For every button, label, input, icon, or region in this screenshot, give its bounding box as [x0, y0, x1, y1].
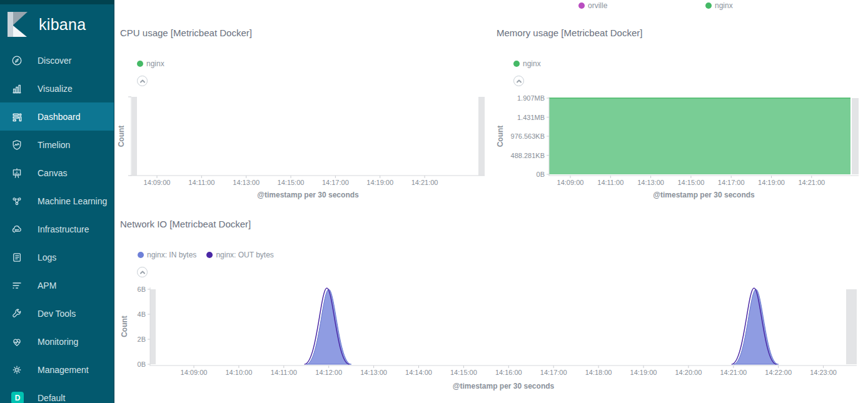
sidebar-item-discover[interactable]: Discover: [0, 46, 114, 74]
sidebar-item-label: APM: [38, 281, 56, 291]
legend-item-nginx[interactable]: nginx: [513, 59, 541, 68]
machine-learning-icon: [11, 196, 23, 207]
sidebar-item-label: Timelion: [38, 140, 70, 150]
kibana-logo[interactable]: kibana: [0, 4, 114, 43]
sidebar-item-label: Infrastructure: [38, 224, 89, 234]
x-tick-label: 14:17:00: [718, 179, 745, 186]
legend-item-nginx-out-bytes[interactable]: nginx: OUT bytes: [206, 251, 273, 259]
nginx-series-dot: [705, 2, 712, 9]
memory-legend: nginx: [513, 59, 541, 68]
chevron-up-icon: [139, 269, 146, 276]
x-tick-label: 14:10:00: [225, 369, 252, 376]
sidebar-item-visualize[interactable]: Visualize: [0, 74, 114, 102]
x-tick-label: 14:19:00: [758, 179, 785, 186]
y-tick-label: 0B: [537, 171, 545, 178]
memory-chart[interactable]: 14:09:0014:11:0014:13:0014:15:0014:17:00…: [494, 91, 868, 212]
sidebar-item-apm[interactable]: APM: [0, 271, 114, 299]
sidebar-item-label: Discover: [38, 56, 71, 66]
x-tick-label: 14:19:00: [366, 179, 393, 186]
legend-label: nginx: IN bytes: [147, 251, 196, 259]
sidebar-item-label: Default: [38, 393, 65, 403]
x-tick-label: 14:09:00: [181, 369, 208, 376]
sidebar-item-label: Monitoring: [38, 337, 78, 347]
discover-icon: [11, 55, 23, 66]
network-legend-collapse-button[interactable]: [137, 267, 148, 277]
x-tick-label: 14:11:00: [597, 179, 623, 186]
x-tick-label: 14:15:00: [677, 179, 704, 186]
sidebar-item-dashboard[interactable]: Dashboard: [0, 102, 114, 131]
y-tick-label: 4B: [138, 311, 146, 318]
legend-label: nginx: OUT bytes: [216, 251, 273, 259]
x-tick-label: 14:17:00: [540, 369, 567, 376]
x-tick-label: 14:18:00: [585, 369, 612, 376]
sidebar-item-default[interactable]: DDefault: [0, 384, 114, 403]
canvas-icon: [11, 167, 23, 179]
cpu-legend: nginx: [137, 59, 164, 68]
legend-label: nginx: [146, 59, 164, 68]
y-axis-title: Count: [120, 316, 129, 337]
visualize-icon: [11, 83, 23, 94]
monitoring-icon: [11, 336, 23, 347]
sidebar-item-canvas[interactable]: Canvas: [0, 159, 114, 187]
y-tick-label: 1.907MB: [517, 94, 545, 102]
x-tick-label: 14:16:00: [495, 369, 522, 376]
x-tick-label: 14:21:00: [720, 369, 747, 376]
sidebar-item-machine-learning[interactable]: Machine Learning: [0, 187, 114, 215]
memory-panel-title: Memory usage [Metricbeat Docker]: [497, 27, 642, 38]
sidebar-item-infrastructure[interactable]: Infrastructure: [0, 215, 114, 243]
network-area-in-bytes: [306, 289, 351, 364]
orville-series-dot: [578, 2, 585, 9]
dashboard-main: orville nginx CPU usage [Metricbeat Dock…: [114, 0, 868, 403]
x-tick-label: 14:21:00: [411, 179, 438, 186]
y-tick-label: 976.563KB: [511, 132, 545, 140]
cpu-chart[interactable]: 14:09:0014:11:0014:13:0014:15:0014:17:00…: [114, 91, 494, 212]
y-axis-title: Count: [117, 126, 126, 147]
sidebar-item-monitoring[interactable]: Monitoring: [0, 327, 114, 356]
dashboard-icon: [11, 111, 23, 122]
network-legend: nginx: IN bytesnginx: OUT bytes: [138, 251, 274, 259]
x-tick-label: 14:13:00: [360, 369, 387, 376]
network-chart[interactable]: 14:09:0014:10:0014:11:0014:12:0014:13:00…: [114, 281, 868, 403]
sidebar-item-management[interactable]: Management: [0, 356, 114, 384]
x-axis-title: @timestamp per 30 seconds: [453, 382, 555, 391]
x-axis-title: @timestamp per 30 seconds: [257, 191, 359, 199]
x-tick-label: 14:13:00: [233, 179, 260, 186]
sidebar-item-label: Visualize: [38, 84, 73, 94]
x-tick-label: 14:13:00: [637, 179, 664, 186]
sidebar-item-dev-tools[interactable]: Dev Tools: [0, 299, 114, 327]
x-tick-label: 14:19:00: [630, 369, 657, 376]
legend-item-nginx[interactable]: nginx: [137, 59, 164, 68]
top-panel-legend-nginx[interactable]: nginx: [705, 1, 733, 10]
sidebar-nav: DiscoverVisualizeDashboardTimelionCanvas…: [0, 46, 114, 403]
legend-label: nginx: [523, 59, 541, 68]
timelion-icon: [11, 139, 23, 151]
legend-item-nginx-in-bytes[interactable]: nginx: IN bytes: [138, 251, 196, 259]
y-tick-label: 0B: [138, 361, 146, 368]
network-panel-title: Network IO [Metricbeat Docker]: [120, 219, 251, 229]
partial-bucket-marker: [852, 98, 859, 174]
legend-label: nginx: [715, 1, 733, 10]
x-tick-label: 14:15:00: [278, 179, 305, 186]
apm-icon: [11, 280, 23, 291]
x-tick-label: 14:23:00: [810, 369, 837, 376]
y-tick-label: 1.431MB: [517, 114, 545, 121]
x-tick-label: 14:22:00: [765, 369, 792, 376]
management-icon: [11, 364, 23, 376]
x-tick-label: 14:21:00: [798, 179, 825, 186]
sidebar-item-label: Machine Learning: [38, 196, 107, 206]
x-tick-label: 14:09:00: [557, 179, 584, 186]
space-default-icon: D: [11, 392, 24, 403]
sidebar-top-strip: [0, 0, 114, 4]
series-dot: [513, 61, 520, 67]
top-panel-legend-orville[interactable]: orville: [578, 1, 607, 10]
x-tick-label: 14:20:00: [675, 369, 702, 376]
sidebar-item-logs[interactable]: Logs: [0, 243, 114, 271]
dev-tools-icon: [11, 308, 23, 319]
sidebar-item-timelion[interactable]: Timelion: [0, 131, 114, 159]
sidebar-item-label: Dashboard: [38, 112, 81, 122]
cpu-panel-title: CPU usage [Metricbeat Docker]: [120, 27, 252, 38]
chevron-up-icon: [139, 78, 146, 84]
x-axis-title: @timestamp per 30 seconds: [653, 191, 755, 199]
memory-legend-collapse-button[interactable]: [513, 76, 524, 86]
cpu-legend-collapse-button[interactable]: [137, 76, 148, 86]
